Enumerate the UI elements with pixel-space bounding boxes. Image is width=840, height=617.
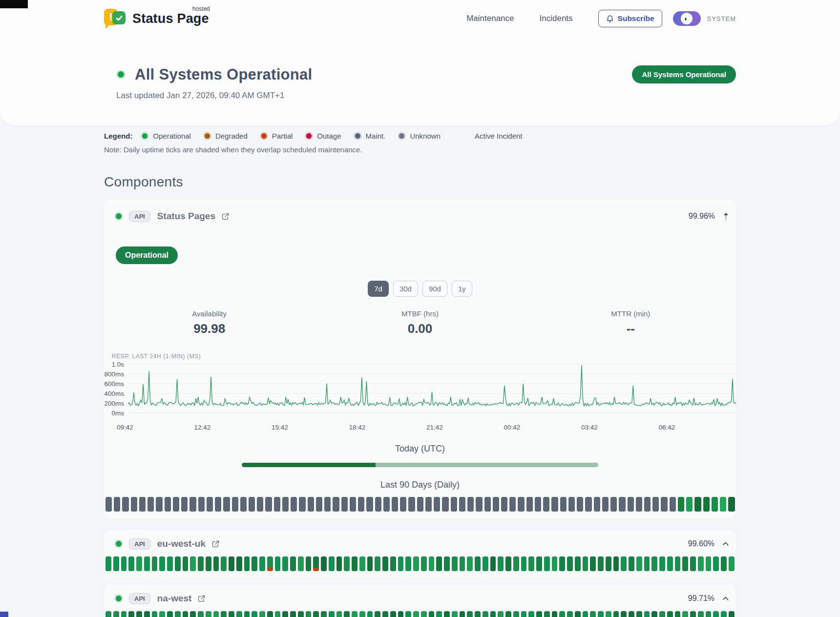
- uptime-tick[interactable]: [729, 556, 735, 571]
- uptime-tick[interactable]: [167, 556, 173, 571]
- uptime-tick[interactable]: [703, 497, 710, 512]
- uptime-tick[interactable]: [175, 611, 181, 617]
- uptime-tick[interactable]: [629, 611, 634, 617]
- uptime-tick[interactable]: [341, 497, 348, 512]
- uptime-tick[interactable]: [313, 556, 319, 571]
- uptime-tick[interactable]: [526, 497, 533, 512]
- uptime-tick[interactable]: [667, 611, 673, 617]
- uptime-tick[interactable]: [298, 611, 304, 617]
- uptime-tick[interactable]: [198, 556, 204, 571]
- uptime-tick[interactable]: [613, 611, 619, 617]
- uptime-tick[interactable]: [678, 497, 684, 512]
- uptime-tick[interactable]: [198, 497, 205, 512]
- uptime-tick[interactable]: [610, 497, 617, 512]
- uptime-tick[interactable]: [644, 611, 650, 617]
- uptime-tick[interactable]: [518, 497, 524, 512]
- external-link-icon[interactable]: [197, 595, 206, 603]
- uptime-tick[interactable]: [159, 556, 165, 571]
- uptime-tick[interactable]: [128, 556, 134, 571]
- uptime-tick[interactable]: [583, 611, 588, 617]
- uptime-tick[interactable]: [659, 611, 665, 617]
- uptime-tick[interactable]: [629, 556, 634, 571]
- uptime-tick[interactable]: [147, 497, 154, 512]
- uptime-tick[interactable]: [451, 497, 457, 512]
- uptime-tick[interactable]: [244, 556, 250, 571]
- uptime-tick[interactable]: [567, 611, 573, 617]
- uptime-tick[interactable]: [249, 497, 255, 512]
- uptime-tick[interactable]: [358, 497, 364, 512]
- uptime-tick[interactable]: [236, 611, 242, 617]
- uptime-tick[interactable]: [644, 497, 651, 512]
- uptime-tick[interactable]: [429, 556, 435, 571]
- uptime-tick[interactable]: [421, 556, 427, 571]
- uptime-tick[interactable]: [105, 556, 111, 571]
- uptime-tick[interactable]: [105, 611, 111, 617]
- uptime-tick[interactable]: [619, 497, 625, 512]
- uptime-tick[interactable]: [552, 611, 558, 617]
- uptime-tick[interactable]: [139, 497, 146, 512]
- uptime-tick[interactable]: [436, 556, 442, 571]
- uptime-tick[interactable]: [375, 497, 381, 512]
- uptime-tick[interactable]: [252, 556, 257, 571]
- expand-chevron-icon[interactable]: [722, 541, 729, 546]
- uptime-tick[interactable]: [333, 497, 339, 512]
- uptime-tick[interactable]: [257, 497, 263, 512]
- uptime-tick[interactable]: [405, 556, 411, 571]
- uptime-tick[interactable]: [390, 556, 396, 571]
- uptime-tick[interactable]: [459, 497, 465, 512]
- uptime-tick[interactable]: [165, 497, 171, 512]
- uptime-tick[interactable]: [636, 497, 642, 512]
- uptime-tick[interactable]: [350, 497, 356, 512]
- theme-toggle[interactable]: ◐: [673, 11, 701, 26]
- uptime-tick[interactable]: [675, 611, 681, 617]
- component-header[interactable]: API na-west 99.71%: [104, 589, 736, 608]
- uptime-tick[interactable]: [121, 556, 127, 571]
- uptime-tick[interactable]: [636, 556, 642, 571]
- uptime-tick[interactable]: [308, 497, 314, 512]
- component-header[interactable]: API Status Pages 99.96%: [104, 206, 736, 227]
- uptime-tick[interactable]: [590, 556, 596, 571]
- uptime-tick[interactable]: [475, 611, 481, 617]
- range-30d[interactable]: 30d: [393, 281, 418, 297]
- uptime-tick[interactable]: [621, 556, 627, 571]
- uptime-tick[interactable]: [114, 497, 120, 512]
- uptime-tick[interactable]: [690, 556, 696, 571]
- uptime-tick[interactable]: [105, 497, 112, 512]
- uptime-tick[interactable]: [535, 497, 541, 512]
- uptime-tick[interactable]: [484, 497, 491, 512]
- uptime-tick[interactable]: [544, 556, 550, 571]
- uptime-tick[interactable]: [606, 611, 611, 617]
- uptime-tick[interactable]: [267, 556, 273, 571]
- uptime-tick[interactable]: [329, 556, 335, 571]
- uptime-tick[interactable]: [493, 497, 499, 512]
- uptime-tick[interactable]: [291, 497, 297, 512]
- uptime-tick[interactable]: [274, 497, 280, 512]
- uptime-tick[interactable]: [551, 497, 558, 512]
- uptime-tick[interactable]: [321, 556, 327, 571]
- uptime-tick[interactable]: [675, 556, 681, 571]
- uptime-tick[interactable]: [661, 497, 667, 512]
- uptime-tick[interactable]: [452, 556, 458, 571]
- uptime-tick[interactable]: [490, 556, 496, 571]
- uptime-tick[interactable]: [367, 611, 373, 617]
- uptime-tick[interactable]: [698, 556, 704, 571]
- uptime-tick[interactable]: [198, 611, 204, 617]
- uptime-tick[interactable]: [344, 611, 350, 617]
- uptime-tick[interactable]: [316, 497, 322, 512]
- uptime-tick[interactable]: [128, 611, 134, 617]
- uptime-tick[interactable]: [425, 497, 432, 512]
- uptime-tick[interactable]: [577, 497, 583, 512]
- uptime-tick[interactable]: [598, 611, 604, 617]
- uptime-tick[interactable]: [375, 556, 380, 571]
- uptime-tick[interactable]: [413, 556, 419, 571]
- uptime-tick[interactable]: [505, 556, 511, 571]
- uptime-tick[interactable]: [113, 611, 119, 617]
- uptime-tick[interactable]: [460, 611, 465, 617]
- external-link-icon[interactable]: [221, 212, 230, 221]
- uptime-tick[interactable]: [152, 611, 158, 617]
- uptime-tick[interactable]: [275, 611, 281, 617]
- uptime-tick[interactable]: [229, 611, 234, 617]
- uptime-tick[interactable]: [694, 497, 701, 512]
- uptime-tick[interactable]: [221, 556, 227, 571]
- uptime-tick[interactable]: [721, 556, 727, 571]
